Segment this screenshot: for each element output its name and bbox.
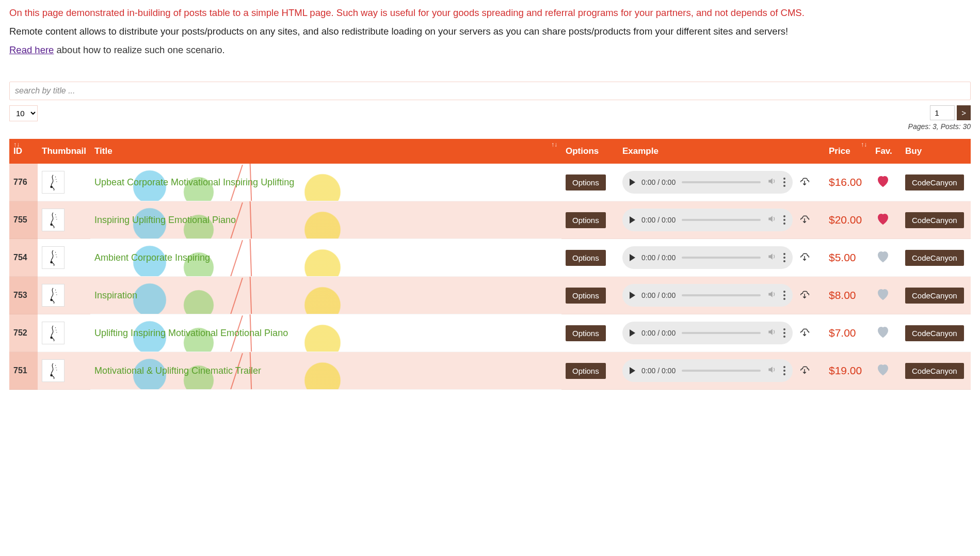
row-id: 753: [9, 277, 38, 314]
col-id[interactable]: ↑↓ID: [9, 139, 38, 164]
download-icon[interactable]: [799, 326, 810, 340]
music-note-icon: [42, 171, 65, 194]
options-button[interactable]: Options: [566, 325, 606, 341]
favorite-heart-icon[interactable]: [875, 332, 891, 341]
row-id: 776: [9, 164, 38, 201]
col-title[interactable]: ↑↓Title: [90, 139, 561, 164]
audio-player[interactable]: 0:00 / 0:00: [622, 284, 793, 307]
audio-progress[interactable]: [682, 294, 761, 296]
download-icon[interactable]: [799, 213, 810, 227]
options-button[interactable]: Options: [566, 212, 606, 228]
play-icon[interactable]: [630, 292, 635, 299]
play-icon[interactable]: [630, 367, 635, 374]
options-button[interactable]: Options: [566, 288, 606, 304]
download-icon[interactable]: [799, 364, 810, 377]
buy-button[interactable]: CodeCanyon: [905, 363, 964, 379]
favorite-heart-icon[interactable]: [875, 295, 891, 304]
audio-time: 0:00 / 0:00: [641, 291, 676, 299]
download-icon[interactable]: [799, 176, 810, 189]
audio-time: 0:00 / 0:00: [641, 367, 676, 375]
play-icon[interactable]: [630, 179, 635, 186]
music-note-icon: [42, 246, 65, 269]
svg-point-8: [50, 261, 53, 264]
options-button[interactable]: Options: [566, 174, 606, 190]
favorite-heart-icon[interactable]: [875, 257, 891, 266]
perpage-select[interactable]: 10: [9, 105, 38, 121]
audio-time: 0:00 / 0:00: [641, 253, 676, 262]
svg-point-7: [56, 219, 57, 219]
buy-button[interactable]: CodeCanyon: [905, 288, 964, 304]
audio-player[interactable]: 0:00 / 0:00: [622, 209, 793, 231]
download-icon[interactable]: [799, 251, 810, 264]
buy-button[interactable]: CodeCanyon: [905, 174, 964, 190]
favorite-heart-icon[interactable]: [875, 219, 891, 228]
row-thumbnail: [38, 314, 90, 352]
audio-menu-icon[interactable]: [783, 215, 785, 225]
audio-progress[interactable]: [682, 219, 761, 221]
svg-point-18: [56, 330, 56, 330]
svg-point-16: [50, 337, 53, 339]
volume-icon[interactable]: [767, 176, 777, 188]
row-title-link[interactable]: Inspiring Uplifting Emotional Piano: [94, 215, 236, 225]
audio-player[interactable]: 0:00 / 0:00: [622, 322, 793, 344]
buy-button[interactable]: CodeCanyon: [905, 325, 964, 341]
svg-point-17: [55, 327, 56, 328]
buy-button[interactable]: CodeCanyon: [905, 212, 964, 228]
read-here-link[interactable]: Read here: [9, 44, 54, 55]
buy-button[interactable]: CodeCanyon: [905, 250, 964, 266]
favorite-heart-icon[interactable]: [875, 370, 891, 379]
row-thumbnail: [38, 201, 90, 239]
volume-icon[interactable]: [767, 289, 777, 301]
audio-menu-icon[interactable]: [783, 291, 785, 300]
col-options: Options: [561, 139, 618, 164]
svg-point-10: [56, 255, 56, 255]
svg-point-2: [56, 179, 56, 180]
svg-point-4: [50, 224, 53, 226]
row-price: $7.00: [829, 327, 856, 339]
row-title-link[interactable]: Motivational & Uplifting Cinematic Trail…: [94, 366, 261, 376]
row-title-link[interactable]: Uplifting Inspiring Motivational Emotion…: [94, 328, 288, 338]
next-page-button[interactable]: >: [957, 105, 971, 120]
row-price: $5.00: [829, 251, 856, 263]
row-title-link[interactable]: Upbeat Corporate Motivational Inspiring …: [94, 177, 294, 187]
audio-player[interactable]: 0:00 / 0:00: [622, 246, 793, 269]
audio-player[interactable]: 0:00 / 0:00: [622, 359, 793, 382]
options-button[interactable]: Options: [566, 250, 606, 266]
options-button[interactable]: Options: [566, 363, 606, 379]
play-icon[interactable]: [630, 329, 635, 337]
page-number-input[interactable]: [930, 105, 955, 120]
svg-point-14: [56, 292, 56, 293]
audio-player[interactable]: 0:00 / 0:00: [622, 171, 793, 194]
volume-icon[interactable]: [767, 327, 777, 339]
audio-progress[interactable]: [682, 332, 761, 334]
volume-icon[interactable]: [767, 251, 777, 264]
row-id: 755: [9, 201, 38, 239]
audio-menu-icon[interactable]: [783, 178, 785, 187]
intro-line-1: On this page demonstrated in-building of…: [9, 7, 971, 19]
download-icon[interactable]: [799, 289, 810, 302]
audio-progress[interactable]: [682, 370, 761, 372]
audio-menu-icon[interactable]: [783, 328, 785, 338]
audio-menu-icon[interactable]: [783, 366, 785, 375]
col-price[interactable]: ↑↓Price: [825, 139, 871, 164]
audio-menu-icon[interactable]: [783, 253, 785, 262]
search-input[interactable]: [9, 82, 971, 100]
row-price: $19.00: [829, 364, 862, 376]
svg-point-19: [56, 332, 57, 332]
pager-info: Pages: 3, Posts: 30: [908, 122, 971, 131]
audio-time: 0:00 / 0:00: [641, 216, 676, 224]
audio-progress[interactable]: [682, 257, 761, 259]
play-icon[interactable]: [630, 216, 635, 224]
table-row: 755Inspiring Uplifting Emotional PianoOp…: [9, 201, 971, 239]
row-title-link[interactable]: Ambient Corporate Inspiring: [94, 252, 210, 263]
row-price: $8.00: [829, 289, 856, 301]
play-icon[interactable]: [630, 254, 635, 261]
row-price: $16.00: [829, 176, 862, 188]
volume-icon[interactable]: [767, 214, 777, 226]
audio-progress[interactable]: [682, 181, 761, 183]
row-thumbnail: [38, 164, 90, 201]
row-thumbnail: [38, 239, 90, 277]
row-title-link[interactable]: Inspiration: [94, 290, 137, 300]
volume-icon[interactable]: [767, 364, 777, 377]
favorite-heart-icon[interactable]: [875, 182, 891, 190]
